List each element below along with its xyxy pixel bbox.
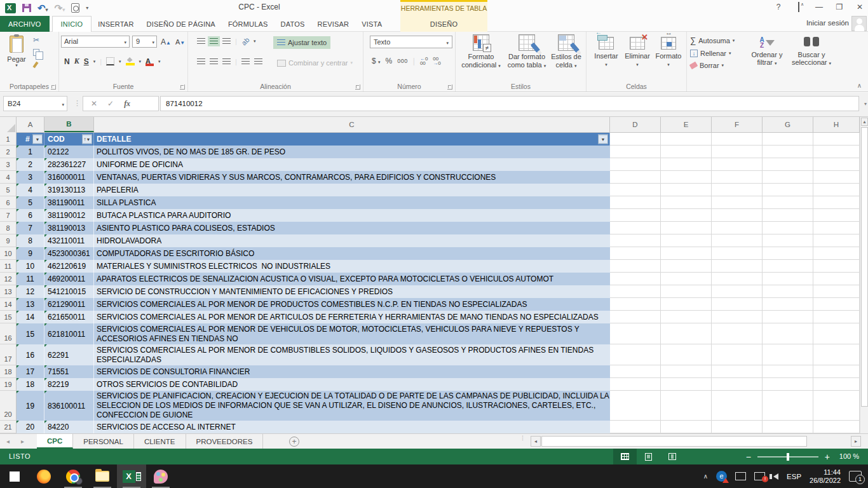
- empty-cell[interactable]: [610, 298, 661, 311]
- cell-detalle[interactable]: MATERIALES Y SUMINISTROS ELECTRICOS NO I…: [94, 260, 610, 273]
- empty-cell[interactable]: [712, 184, 763, 196]
- sheet-nav-arrows[interactable]: ◂▸: [6, 438, 36, 445]
- font-color-button[interactable]: A: [146, 57, 154, 66]
- empty-cell[interactable]: [763, 184, 813, 196]
- sheet-tab-personal[interactable]: PERSONAL: [73, 434, 134, 449]
- column-header-F[interactable]: F: [712, 117, 763, 132]
- empty-cell[interactable]: [661, 311, 712, 323]
- ribbon-tab-archivo[interactable]: ARCHIVO: [0, 16, 50, 32]
- empty-cell[interactable]: [712, 171, 763, 184]
- empty-cell[interactable]: [712, 421, 763, 433]
- table-header-cod[interactable]: COD↑▼: [44, 133, 94, 146]
- minimize-button[interactable]: —: [815, 3, 824, 11]
- empty-cell[interactable]: [813, 298, 860, 311]
- cell-num[interactable]: 19: [17, 391, 44, 421]
- sort-ascending-filter-icon[interactable]: ↑▼: [82, 135, 92, 144]
- empty-cell[interactable]: [813, 171, 860, 184]
- horizontal-scroll-thumb[interactable]: [541, 436, 807, 447]
- empty-cell[interactable]: [610, 222, 661, 234]
- borders-button[interactable]: [106, 57, 114, 65]
- row-header[interactable]: 14: [0, 298, 17, 311]
- cell-cod[interactable]: 381190012: [44, 209, 94, 222]
- empty-cell[interactable]: [813, 391, 860, 421]
- row-header[interactable]: 5: [0, 184, 17, 196]
- font-name-combo[interactable]: Arial▾: [61, 36, 130, 48]
- empty-cell[interactable]: [661, 146, 712, 158]
- scroll-up-icon[interactable]: ▲: [861, 118, 868, 126]
- empty-cell[interactable]: [610, 158, 661, 171]
- empty-cell[interactable]: [813, 146, 860, 158]
- notification-center-icon[interactable]: [849, 471, 862, 482]
- empty-cell[interactable]: [763, 196, 813, 209]
- empty-cell[interactable]: [661, 234, 712, 247]
- start-button[interactable]: [0, 464, 29, 488]
- cell-detalle[interactable]: UNIFORME DE OFICINA: [94, 158, 610, 171]
- ribbon-tab-fórmulas[interactable]: FÓRMULAS: [222, 16, 275, 32]
- column-header-B[interactable]: B: [44, 117, 94, 132]
- insert-function-icon[interactable]: fx: [124, 99, 130, 109]
- collapse-ribbon-button[interactable]: ∧: [857, 82, 862, 89]
- cell-num[interactable]: 6: [17, 209, 44, 222]
- cell-num[interactable]: 11: [17, 273, 44, 285]
- row-header[interactable]: 4: [0, 171, 17, 184]
- empty-cell[interactable]: [610, 133, 661, 146]
- align-bottom-button[interactable]: [222, 38, 231, 44]
- empty-cell[interactable]: [610, 196, 661, 209]
- cell-num[interactable]: 2: [17, 158, 44, 171]
- empty-cell[interactable]: [763, 158, 813, 171]
- conditional-formatting-button[interactable]: ≠ Formatocondicional ▾: [458, 34, 504, 70]
- cell-num[interactable]: 16: [17, 344, 44, 365]
- row-header[interactable]: 18: [0, 365, 17, 378]
- row-header[interactable]: 1: [0, 133, 17, 146]
- cell-cod[interactable]: 469200011: [44, 273, 94, 285]
- fill-button[interactable]: ↓Rellenar▾: [690, 50, 735, 57]
- empty-cell[interactable]: [763, 260, 813, 273]
- empty-cell[interactable]: [610, 391, 661, 421]
- empty-cell[interactable]: [610, 171, 661, 184]
- empty-cell[interactable]: [813, 260, 860, 273]
- close-button[interactable]: ✕: [855, 3, 864, 11]
- empty-cell[interactable]: [661, 323, 712, 344]
- empty-cell[interactable]: [610, 311, 661, 323]
- row-header[interactable]: 8: [0, 222, 17, 234]
- align-top-button[interactable]: [197, 38, 205, 44]
- empty-cell[interactable]: [763, 273, 813, 285]
- align-center-button[interactable]: [210, 58, 218, 65]
- cell-detalle[interactable]: APARATOS ELECTRICOS DE SENALIZACION ACUS…: [94, 273, 610, 285]
- format-painter-icon[interactable]: [33, 61, 41, 69]
- empty-cell[interactable]: [712, 323, 763, 344]
- ribbon-tab-diseño[interactable]: DISEÑO: [400, 16, 487, 32]
- ribbon-display-options-button[interactable]: [794, 3, 803, 11]
- taskbar-explorer[interactable]: [88, 464, 117, 488]
- cell-detalle[interactable]: SERVICIOS DE PLANIFICACION, CREACION Y E…: [94, 391, 610, 421]
- decrease-decimal-button[interactable]: 00→0: [433, 57, 440, 65]
- empty-cell[interactable]: [712, 285, 763, 298]
- ribbon-tab-insertar[interactable]: INSERTAR: [92, 16, 140, 32]
- cell-detalle[interactable]: SILLA PLASTICA: [94, 196, 610, 209]
- empty-cell[interactable]: [763, 421, 813, 433]
- page-break-view-button[interactable]: [660, 449, 684, 464]
- empty-cell[interactable]: [610, 365, 661, 378]
- cell-detalle[interactable]: BUTACA PLASTICA PARA AUDITORIO: [94, 209, 610, 222]
- align-left-button[interactable]: [197, 58, 205, 65]
- cell-cod[interactable]: 621290011: [44, 298, 94, 311]
- empty-cell[interactable]: [610, 421, 661, 433]
- cell-cod[interactable]: 319130113: [44, 184, 94, 196]
- shrink-font-button[interactable]: A▼: [175, 38, 185, 46]
- avatar[interactable]: [851, 16, 867, 31]
- find-select-button[interactable]: Buscar yseleccionar ▾: [788, 34, 835, 66]
- empty-cell[interactable]: [661, 298, 712, 311]
- sheet-tab-cliente[interactable]: CLIENTE: [134, 434, 186, 449]
- copy-icon[interactable]: [33, 49, 39, 56]
- cell-num[interactable]: 8: [17, 234, 44, 247]
- number-dialog-launcher[interactable]: [447, 85, 452, 90]
- empty-cell[interactable]: [813, 344, 860, 365]
- taskbar-chrome[interactable]: [58, 464, 88, 488]
- percent-format-button[interactable]: %: [386, 57, 393, 65]
- scroll-right-icon[interactable]: ▸: [851, 436, 861, 447]
- empty-cell[interactable]: [813, 133, 860, 146]
- taskbar-excel[interactable]: X: [117, 464, 146, 488]
- filter-dropdown-icon[interactable]: ▼: [598, 135, 608, 144]
- increase-indent-button[interactable]: [254, 58, 262, 65]
- paste-button[interactable]: Pegar ▾: [3, 34, 31, 80]
